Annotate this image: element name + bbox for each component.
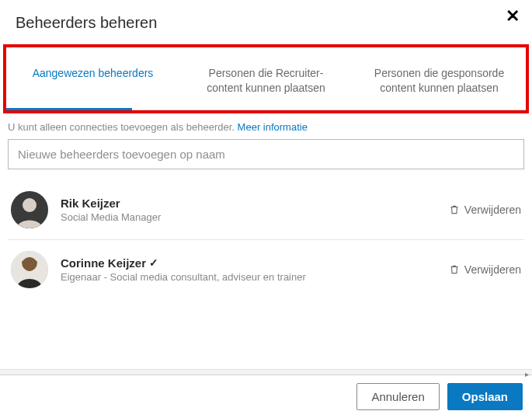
svg-point-1 <box>23 198 37 212</box>
dialog-footer: ▸ Annuleren Opslaan <box>0 374 532 418</box>
admin-list: Rik Keijzer Social Media Manager Verwijd… <box>0 180 532 299</box>
admin-row: Corinne Keijzer ✓ Eigenaar - Social medi… <box>8 240 524 299</box>
tabs-bar: Aangewezen beheerders Personen die Recru… <box>6 47 526 110</box>
tab-designated-admins[interactable]: Aangewezen beheerders <box>6 47 179 110</box>
save-button[interactable]: Opslaan <box>447 383 523 410</box>
tab-label-line1: Personen die Recruiter- <box>209 67 324 79</box>
admin-name: Corinne Keijzer ✓ <box>61 256 449 270</box>
add-admin-input[interactable] <box>8 139 524 169</box>
cancel-button[interactable]: Annuleren <box>356 383 439 410</box>
tab-recruiter-content[interactable]: Personen die Recruiter- content kunnen p… <box>179 47 353 110</box>
admin-title: Social Media Manager <box>61 211 449 223</box>
scroll-right-icon[interactable]: ▸ <box>525 370 529 378</box>
dialog-header: Beheerders beheren ✕ <box>0 0 532 40</box>
admin-name-text: Rik Keijzer <box>61 197 120 210</box>
tab-label-line1: Personen die gesponsorde <box>374 67 504 79</box>
tab-label-line2: content kunnen plaatsen <box>187 81 345 96</box>
remove-button[interactable]: Verwijderen <box>449 204 521 216</box>
avatar <box>11 251 48 288</box>
remove-label: Verwijderen <box>464 263 521 276</box>
verified-check-icon: ✓ <box>149 256 158 269</box>
avatar-placeholder-icon <box>11 251 48 288</box>
tab-label-line2: content kunnen plaatsen <box>360 81 518 96</box>
helper-text-row: U kunt alleen connecties toevoegen als b… <box>0 113 532 139</box>
admin-name: Rik Keijzer <box>61 197 449 210</box>
search-wrapper <box>0 139 532 180</box>
avatar <box>11 191 48 228</box>
remove-label: Verwijderen <box>464 204 521 216</box>
helper-link[interactable]: Meer informatie <box>238 121 308 133</box>
remove-button[interactable]: Verwijderen <box>449 263 521 276</box>
tabs-highlight-box: Aangewezen beheerders Personen die Recru… <box>3 44 529 113</box>
admin-row: Rik Keijzer Social Media Manager Verwijd… <box>8 180 524 240</box>
trash-icon <box>449 204 460 215</box>
tab-sponsored-content[interactable]: Personen die gesponsorde content kunnen … <box>353 47 526 110</box>
admin-title: Eigenaar - Social media consultant, advi… <box>61 271 449 283</box>
trash-icon <box>449 264 460 275</box>
avatar-placeholder-icon <box>11 191 48 228</box>
admin-info: Rik Keijzer Social Media Manager <box>61 197 449 223</box>
helper-text: U kunt alleen connecties toevoegen als b… <box>8 121 238 133</box>
tab-label: Aangewezen beheerders <box>33 67 154 79</box>
admin-name-text: Corinne Keijzer <box>61 256 146 270</box>
admin-info: Corinne Keijzer ✓ Eigenaar - Social medi… <box>61 256 449 283</box>
dialog-title: Beheerders beheren <box>16 14 516 32</box>
close-icon[interactable]: ✕ <box>506 8 520 25</box>
